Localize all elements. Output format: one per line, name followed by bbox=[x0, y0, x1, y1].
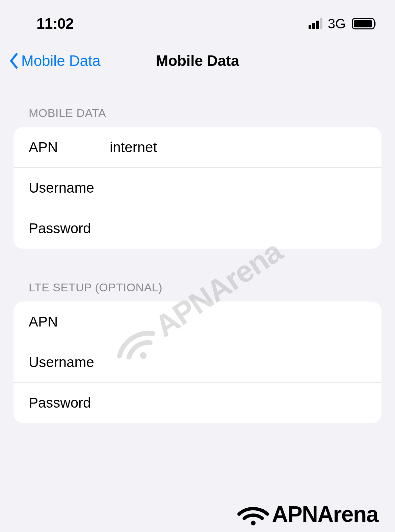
page-title: Mobile Data bbox=[156, 52, 239, 69]
svg-point-1 bbox=[251, 521, 256, 526]
row-password[interactable]: Password bbox=[14, 208, 381, 249]
row-lte-apn[interactable]: APN bbox=[14, 301, 381, 342]
watermark-bottom: APNArena bbox=[236, 501, 378, 527]
row-username[interactable]: Username bbox=[14, 168, 381, 208]
input-apn[interactable] bbox=[110, 139, 366, 155]
label-password: Password bbox=[29, 220, 110, 237]
section-header-mobile-data: MOBILE DATA bbox=[14, 106, 381, 127]
label-username: Username bbox=[29, 180, 110, 196]
navigation-bar: Mobile Data Mobile Data bbox=[0, 42, 395, 86]
status-indicators: 3G bbox=[309, 16, 375, 31]
group-lte-setup: APN Username Password bbox=[14, 301, 381, 423]
label-apn: APN bbox=[29, 139, 110, 155]
wifi-icon bbox=[236, 502, 270, 526]
watermark-bottom-text: APNArena bbox=[272, 501, 378, 527]
label-lte-password: Password bbox=[29, 395, 110, 411]
group-mobile-data: APN Username Password bbox=[14, 127, 381, 249]
back-button[interactable]: Mobile Data bbox=[8, 52, 101, 69]
chevron-left-icon bbox=[8, 53, 19, 69]
row-apn[interactable]: APN bbox=[14, 127, 381, 168]
back-label: Mobile Data bbox=[21, 52, 101, 69]
network-type-label: 3G bbox=[328, 16, 346, 31]
input-username[interactable] bbox=[110, 180, 366, 196]
label-lte-username: Username bbox=[29, 354, 110, 370]
battery-icon bbox=[352, 18, 375, 29]
row-lte-password[interactable]: Password bbox=[14, 383, 381, 423]
row-lte-username[interactable]: Username bbox=[14, 342, 381, 383]
input-lte-apn[interactable] bbox=[110, 314, 366, 330]
section-header-lte-setup: LTE SETUP (OPTIONAL) bbox=[14, 281, 381, 301]
input-lte-username[interactable] bbox=[110, 354, 366, 370]
content-area: MOBILE DATA APN Username Password LTE SE… bbox=[0, 86, 395, 423]
label-lte-apn: APN bbox=[29, 314, 110, 330]
input-lte-password[interactable] bbox=[110, 395, 366, 411]
status-time: 11:02 bbox=[36, 15, 74, 32]
status-bar: 11:02 3G bbox=[0, 0, 395, 42]
signal-icon bbox=[309, 18, 322, 29]
input-password[interactable] bbox=[110, 220, 366, 237]
